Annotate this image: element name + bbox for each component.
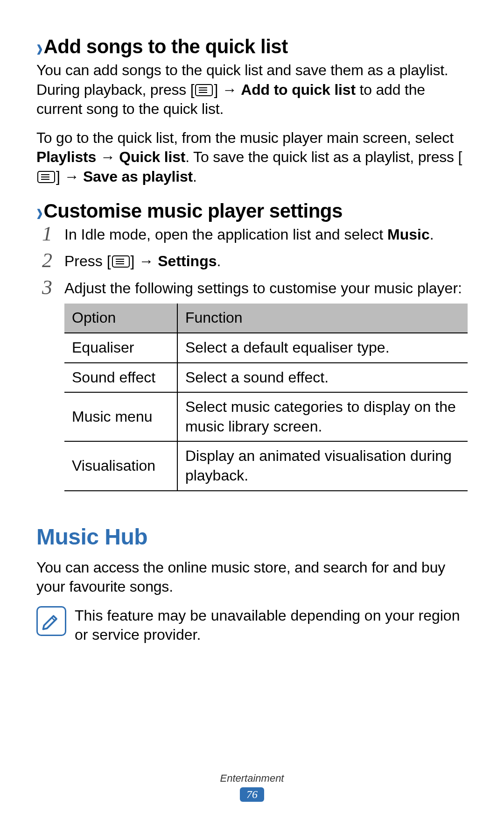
- table-header-function: Function: [177, 304, 468, 333]
- text-fragment: Press [: [64, 253, 111, 269]
- text-fragment: In Idle mode, open the application list …: [64, 226, 387, 243]
- step-number: 1: [36, 220, 58, 247]
- step-item: 3 Adjust the following settings to custo…: [36, 279, 468, 491]
- svg-line-12: [52, 617, 55, 620]
- table-row: Visualisation Display an animated visual…: [64, 441, 468, 490]
- text-fragment: .: [193, 168, 197, 185]
- menu-key-icon: [195, 84, 213, 96]
- text-fragment: To go to the quick list, from the music …: [36, 129, 454, 146]
- chevron-icon: ›: [36, 33, 43, 62]
- footer-category: Entertainment: [0, 772, 504, 785]
- heading-text: Customise music player settings: [44, 200, 343, 222]
- menu-key-icon: [112, 255, 130, 268]
- table-header-option: Option: [64, 304, 177, 333]
- page-number-badge: 76: [240, 787, 264, 802]
- table-header-row: Option Function: [64, 304, 468, 333]
- text-bold: Music: [387, 226, 430, 243]
- steps-list: 1 In Idle mode, open the application lis…: [36, 225, 468, 491]
- table-row: Sound effect Select a sound effect.: [64, 363, 468, 393]
- text-bold: Quick list: [119, 148, 185, 165]
- step-item: 1 In Idle mode, open the application lis…: [36, 225, 468, 245]
- manual-page: ›Add songs to the quick list You can add…: [0, 0, 504, 645]
- table-cell-function: Display an animated visualisation during…: [177, 441, 468, 490]
- text-fragment: .: [217, 253, 221, 269]
- text-bold: Save as playlist: [83, 168, 193, 185]
- table-cell-option: Music menu: [64, 392, 177, 441]
- page-footer: Entertainment 76: [0, 772, 504, 802]
- text-bold: Playlists: [36, 148, 96, 165]
- text-fragment: →: [96, 148, 119, 165]
- table-cell-option: Sound effect: [64, 363, 177, 393]
- text-fragment: .: [430, 226, 434, 243]
- section-heading-quicklist: ›Add songs to the quick list: [36, 35, 468, 58]
- section-heading-customise: ›Customise music player settings: [36, 200, 468, 222]
- text-bold: Add to quick list: [241, 81, 356, 98]
- note-block: This feature may be unavailable dependin…: [36, 606, 468, 645]
- table-row: Music menu Select music categories to di…: [64, 392, 468, 441]
- table-row: Equaliser Select a default equaliser typ…: [64, 333, 468, 363]
- quicklist-paragraph-2: To go to the quick list, from the music …: [36, 128, 468, 187]
- table-cell-function: Select a default equaliser type.: [177, 333, 468, 363]
- text-fragment: . To save the quick list as a playlist, …: [185, 148, 462, 165]
- table-cell-option: Visualisation: [64, 441, 177, 490]
- note-pencil-icon: [36, 606, 66, 636]
- note-text: This feature may be unavailable dependin…: [75, 606, 468, 645]
- text-fragment: ] →: [131, 253, 158, 269]
- quicklist-paragraph-1: You can add songs to the quick list and …: [36, 61, 468, 119]
- text-fragment: ] →: [214, 81, 241, 98]
- table-cell-function: Select a sound effect.: [177, 363, 468, 393]
- table-cell-option: Equaliser: [64, 333, 177, 363]
- text-fragment: Adjust the following settings to customi…: [64, 280, 462, 297]
- music-hub-paragraph: You can access the online music store, a…: [36, 558, 468, 597]
- step-number: 2: [36, 247, 58, 274]
- text-bold: Settings: [158, 253, 217, 269]
- table-cell-function: Select music categories to display on th…: [177, 392, 468, 441]
- text-fragment: ] →: [56, 168, 83, 185]
- step-number: 3: [36, 274, 58, 301]
- menu-key-icon: [37, 171, 55, 183]
- heading-text: Add songs to the quick list: [44, 35, 288, 57]
- options-table: Option Function Equaliser Select a defau…: [64, 304, 468, 491]
- step-item: 2 Press [] → Settings.: [36, 252, 468, 271]
- section-heading-music-hub: Music Hub: [36, 524, 468, 550]
